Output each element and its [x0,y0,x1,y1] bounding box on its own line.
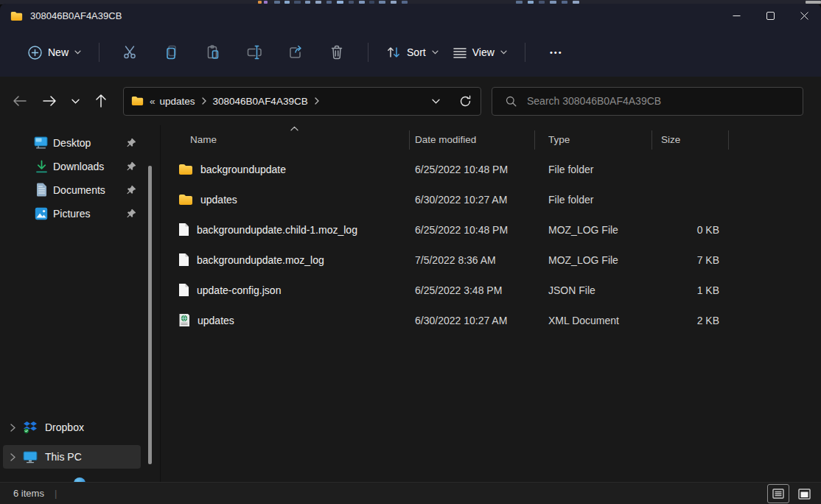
sidebar-item-dropbox[interactable]: Dropbox [3,416,141,439]
breadcrumb-item-current[interactable]: 308046B0AF4A39CB [212,96,310,107]
file-explorer-window: 308046B0AF4A39CB [0,4,821,504]
thumbnail-view-toggle[interactable] [793,484,815,503]
file-row[interactable]: backgroundupdate 6/25/2022 10:48 PM File… [161,154,821,184]
sidebar-item-this-pc[interactable]: This PC [3,445,141,469]
size-cell: 0 KB [651,224,728,236]
type-cell: File folder [534,194,651,206]
sort-button[interactable]: Sort [379,40,446,65]
refresh-icon[interactable] [459,95,472,108]
sidebar-item-label: Dropbox [45,421,84,433]
type-cell: File folder [534,164,651,175]
file-row[interactable]: backgroundupdate.child-1.moz_log 6/25/20… [161,214,821,245]
sidebar-item-desktop[interactable]: Desktop [3,131,141,155]
file-name-cell: update-config.json [161,283,409,297]
up-button[interactable] [88,88,114,114]
type-cell: MOZ_LOG File [534,224,651,236]
view-button[interactable]: View [446,41,514,64]
copy-button[interactable] [157,38,186,67]
paste-button[interactable] [198,38,228,67]
sidebar-item-label: Pictures [53,208,91,220]
expand-chevron-icon[interactable] [10,453,15,461]
type-cell: XML Document [534,315,651,326]
xml-file-icon [178,313,190,327]
sidebar-item-pictures[interactable]: Pictures [3,202,141,225]
column-headers: Name Date modified Type Size [161,125,821,154]
file-row[interactable]: updates 6/30/2022 10:27 AM File folder [161,184,821,214]
address-bar[interactable]: « updates 308046B0AF4A39CB [123,87,481,116]
cut-button[interactable] [116,38,145,67]
window-title: 308046B0AF4A39CB [30,10,122,21]
breadcrumb-chevron-icon[interactable] [202,97,206,105]
new-button-label: New [48,46,69,58]
ellipsis-icon: ••• [550,48,563,57]
titlebar: 308046B0AF4A39CB [0,4,821,28]
folder-icon [131,96,144,106]
column-separator[interactable] [409,130,410,150]
type-cell: JSON File [534,284,651,296]
chevron-down-icon [74,50,81,55]
back-button[interactable] [7,88,33,114]
plus-circle-icon [28,46,42,60]
column-header-name[interactable]: Name [161,134,409,145]
expand-chevron-icon[interactable] [10,424,15,432]
file-row[interactable]: updates 6/30/2022 10:27 AM XML Document … [161,305,821,335]
details-view-toggle[interactable] [767,484,789,503]
column-separator[interactable] [728,130,729,150]
documents-icon [36,183,47,197]
breadcrumb-overflow[interactable]: « [150,96,156,107]
new-button[interactable]: New [21,40,88,66]
address-dropdown-chevron-icon[interactable] [432,99,440,104]
rename-button[interactable] [240,38,269,67]
view-toggles [767,484,815,503]
dropbox-icon [23,421,38,434]
recent-locations-button[interactable] [66,88,85,114]
file-name-cell: backgroundupdate [161,164,409,175]
breadcrumb-item-updates[interactable]: updates [158,96,197,107]
downloads-icon [35,160,48,173]
sidebar-item-label: This PC [45,451,82,463]
minimize-button[interactable] [719,4,753,28]
sidebar-item-documents[interactable]: Documents [3,178,141,202]
search-input[interactable] [525,94,794,108]
close-button[interactable] [787,4,821,28]
delete-button[interactable] [322,38,352,67]
column-separator[interactable] [534,130,535,150]
type-cell: MOZ_LOG File [534,254,651,266]
date-modified-cell: 6/25/2022 3:48 PM [409,284,534,296]
file-icon [178,283,189,297]
file-row[interactable]: backgroundupdate.moz_log 7/5/2022 8:36 A… [161,245,821,275]
file-name-cell: updates [161,194,409,206]
sort-icon [386,46,401,59]
view-layout-icon [453,46,467,58]
size-cell: 2 KB [651,315,728,326]
file-row[interactable]: update-config.json 6/25/2022 3:48 PM JSO… [161,275,821,305]
toolbar-separator [525,43,525,62]
column-header-type[interactable]: Type [534,134,651,145]
pin-icon [126,185,136,195]
forward-button[interactable] [36,88,63,114]
sidebar-spacer [0,225,160,416]
chevron-down-icon [500,50,507,55]
sidebar-item-label: Documents [53,184,105,196]
column-header-size[interactable]: Size [651,134,728,145]
see-more-button[interactable]: ••• [542,38,571,67]
sidebar-item-downloads[interactable]: Downloads [3,155,141,178]
screen: 308046B0AF4A39CB [0,0,821,504]
pictures-icon [35,207,48,220]
maximize-button[interactable] [753,4,787,28]
statusbar-separator: | [55,488,57,499]
breadcrumb-chevron-icon[interactable] [315,97,319,105]
file-name-cell: backgroundupdate.child-1.moz_log [161,223,409,237]
search-box[interactable] [492,87,803,116]
share-button[interactable] [281,38,310,67]
copy-icon [164,44,180,60]
toolbar: New [0,28,821,77]
pin-icon [126,209,136,219]
window-controls [719,4,821,28]
column-header-date-modified[interactable]: Date modified [409,134,534,145]
file-name-cell: updates [161,313,409,327]
size-cell: 7 KB [651,254,728,266]
chevron-down-icon [432,50,439,55]
column-separator[interactable] [651,130,652,150]
sidebar-scrollbar[interactable] [148,166,152,464]
